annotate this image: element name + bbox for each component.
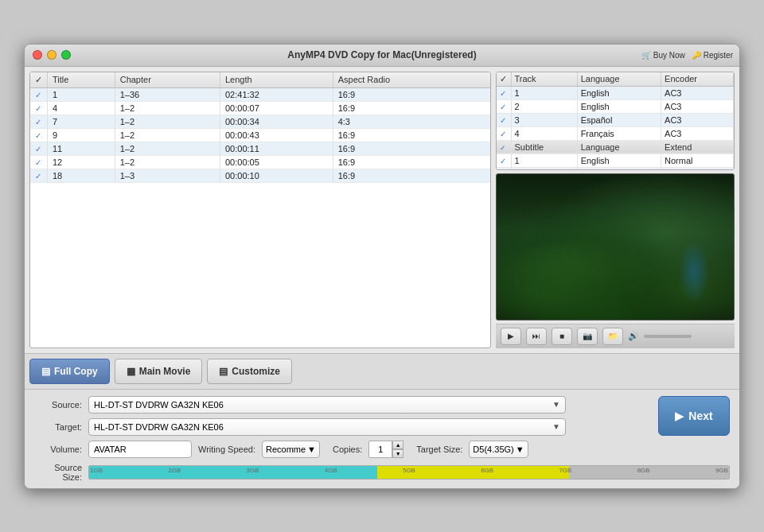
writing-speed-dropdown[interactable]: Recomme ▼ (262, 441, 320, 458)
volume-input[interactable]: AVATAR (88, 441, 192, 458)
target-row: Target: HL-DT-ST DVDRW GA32N KE06 ▼ (34, 418, 652, 436)
track-num: 4 (511, 126, 577, 140)
title-row: ✓ 1 1–36 02:41:32 16:9 (30, 87, 490, 101)
left-panel: ✓ Title Chapter Length Aspect Radio ✓ 1 … (29, 72, 491, 348)
mode-buttons: ▤ Full Copy ▦ Main Movie ▤ Customize (25, 353, 739, 390)
next-chevron-icon: ▶ (675, 410, 684, 422)
track-check[interactable]: ✓ (497, 126, 511, 140)
target-dropdown[interactable]: HL-DT-ST DVDRW GA32N KE06 ▼ (88, 418, 566, 436)
next-frame-button[interactable]: ⏭ (526, 328, 547, 345)
title-length: 02:41:32 (220, 87, 333, 101)
video-controls-bar: 00:31:50 02:41:32 (497, 320, 734, 320)
main-movie-button[interactable]: ▦ Main Movie (115, 359, 203, 384)
title-check[interactable]: ✓ (30, 169, 48, 182)
titles-table: ✓ Title Chapter Length Aspect Radio ✓ 1 … (30, 72, 490, 183)
copies-input[interactable] (368, 441, 392, 458)
title-chapter: 1–2 (115, 128, 220, 142)
title-row: ✓ 7 1–2 00:00:34 4:3 (30, 115, 490, 128)
track-col-encoder: Encoder (661, 72, 734, 87)
title-num: 12 (48, 155, 115, 169)
customize-button[interactable]: ▤ Customize (207, 359, 292, 384)
copies-down[interactable]: ▼ (392, 449, 403, 458)
source-row: Source: HL-DT-ST DVDRW GA32N KE06 ▼ (34, 396, 652, 414)
bottom-form: Source: HL-DT-ST DVDRW GA32N KE06 ▼ Targ… (25, 390, 739, 488)
track-row: ✓ 4 Français AC3 (497, 126, 734, 140)
target-size-arrow: ▼ (516, 445, 524, 454)
track-check[interactable]: ✓ (497, 113, 511, 126)
tracks-table: ✓ Track Language Encoder ✓ 1 English AC3… (497, 72, 734, 170)
col-length: Length (220, 72, 333, 88)
size-bar (88, 465, 730, 480)
track-encoder: AC3 (661, 99, 734, 113)
title-num: 7 (48, 115, 115, 128)
title-check[interactable]: ✓ (30, 142, 48, 155)
screenshot-button[interactable]: 📷 (577, 328, 598, 345)
source-dropdown-arrow: ▼ (552, 400, 560, 409)
track-num: 3 (511, 113, 577, 126)
subtitle-language: English (577, 153, 661, 167)
main-window: AnyMP4 DVD Copy for Mac(Unregistered) 🛒 … (24, 44, 740, 489)
title-row: ✓ 4 1–2 00:00:07 16:9 (30, 101, 490, 115)
track-row: ✓ 2 English AC3 (497, 99, 734, 113)
title-check[interactable]: ✓ (30, 101, 48, 115)
title-bar: AnyMP4 DVD Copy for Mac(Unregistered) 🛒 … (25, 45, 739, 67)
subtitle-check[interactable]: ✓ (497, 167, 511, 170)
title-aspect: 16:9 (333, 155, 490, 169)
volume-slider[interactable] (644, 335, 692, 338)
key-icon: 🔑 (692, 51, 701, 60)
sub-header-check: ✓ (497, 140, 511, 153)
title-check[interactable]: ✓ (30, 87, 48, 101)
title-check[interactable]: ✓ (30, 115, 48, 128)
stop-button[interactable]: ■ (552, 328, 572, 345)
maximize-button[interactable] (61, 50, 71, 60)
track-check[interactable]: ✓ (497, 86, 511, 99)
title-length: 00:00:43 (220, 128, 333, 142)
subtitle-row: ✓ 1 English Normal (497, 153, 734, 167)
copies-label: Copies: (333, 445, 362, 454)
right-panel: ✓ Track Language Encoder ✓ 1 English AC3… (496, 72, 735, 348)
copies-spinner: ▲ ▼ (368, 441, 403, 458)
subtitle-check[interactable]: ✓ (497, 153, 511, 167)
target-size-dropdown[interactable]: D5(4.35G) ▼ (469, 441, 528, 458)
playback-controls: ▶ ⏭ ■ 📷 📁 🔊 (496, 324, 735, 348)
target-dropdown-arrow: ▼ (552, 422, 560, 431)
title-check[interactable]: ✓ (30, 155, 48, 169)
minimize-button[interactable] (47, 50, 57, 60)
play-button[interactable]: ▶ (501, 328, 521, 345)
track-check[interactable]: ✓ (497, 99, 511, 113)
track-num: 1 (511, 86, 577, 99)
source-target-next: Source: HL-DT-ST DVDRW GA32N KE06 ▼ Targ… (34, 396, 730, 436)
title-check[interactable]: ✓ (30, 128, 48, 142)
register-button[interactable]: 🔑 Register (692, 51, 733, 60)
title-row: ✓ 18 1–3 00:00:10 16:9 (30, 169, 490, 182)
col-check: ✓ (30, 72, 48, 88)
close-button[interactable] (33, 50, 42, 60)
subtitle-extend: Normal (661, 153, 734, 167)
tracks-table-container: ✓ Track Language Encoder ✓ 1 English AC3… (496, 72, 735, 170)
target-label: Target: (34, 422, 82, 432)
buy-now-button[interactable]: 🛒 Buy Now (641, 51, 685, 60)
source-target-fields: Source: HL-DT-ST DVDRW GA32N KE06 ▼ Targ… (34, 396, 652, 436)
writing-speed-label: Writing Speed: (198, 445, 255, 454)
title-chapter: 1–2 (115, 115, 220, 128)
source-dropdown[interactable]: HL-DT-ST DVDRW GA32N KE06 ▼ (88, 396, 566, 414)
main-content: ✓ Title Chapter Length Aspect Radio ✓ 1 … (25, 67, 739, 488)
size-bar-wrapper: 1GB 2GB 3GB 4GB 5GB 6GB 7GB 8GB 9GB (88, 465, 730, 480)
subtitle-language: Español (577, 167, 661, 170)
title-aspect: 16:9 (333, 87, 490, 101)
col-aspect: Aspect Radio (333, 72, 490, 88)
title-aspect: 4:3 (333, 115, 490, 128)
source-label: Source: (34, 400, 82, 410)
title-num: 11 (48, 142, 115, 155)
header-actions: 🛒 Buy Now 🔑 Register (641, 51, 733, 60)
subtitle-num: 1 (511, 153, 577, 167)
sub-header-subtitle: Subtitle (511, 140, 577, 153)
title-row: ✓ 11 1–2 00:00:11 16:9 (30, 142, 490, 155)
title-num: 18 (48, 169, 115, 182)
full-copy-button[interactable]: ▤ Full Copy (29, 359, 110, 384)
track-language: Français (577, 126, 661, 140)
folder-button[interactable]: 📁 (602, 328, 623, 345)
next-button[interactable]: ▶ Next (658, 396, 730, 436)
copies-up[interactable]: ▲ (392, 441, 403, 449)
title-length: 00:00:11 (220, 142, 333, 155)
